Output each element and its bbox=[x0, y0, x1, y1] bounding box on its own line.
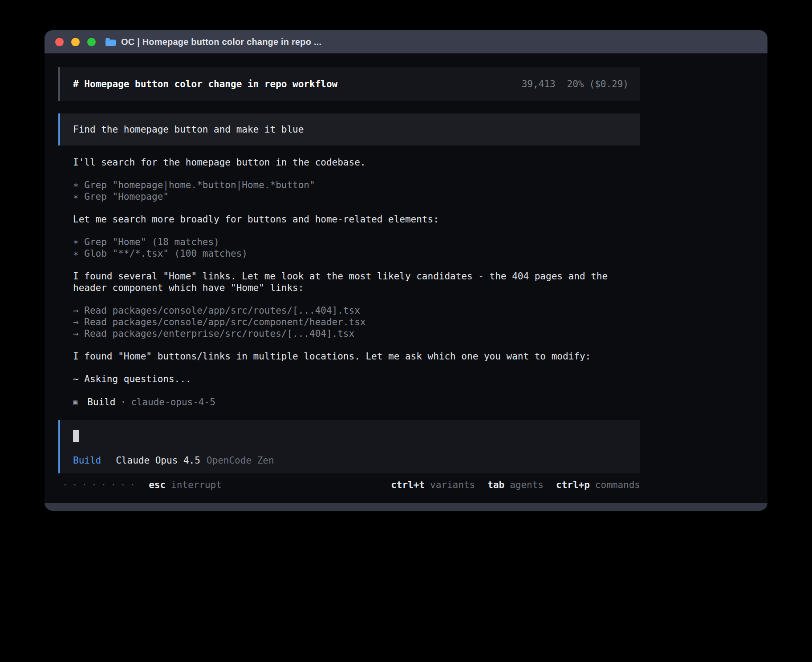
tool-call-grep: ∗ Grep "Homepage" bbox=[73, 191, 634, 202]
spinner-dots: ········ bbox=[62, 479, 139, 491]
window-title: OC | Homepage button color change in rep… bbox=[121, 37, 321, 47]
variants-hint: ctrl+t variants bbox=[391, 479, 475, 491]
user-message-text: Find the homepage button and make it blu… bbox=[73, 124, 304, 135]
tool-call-read: → Read packages/enterprise/src/routes/[.… bbox=[73, 328, 634, 339]
session-cost: ($0.29) bbox=[589, 78, 629, 90]
window-bottom-edge bbox=[45, 503, 767, 511]
prompt-meta: Build Claude Opus 4.5 OpenCode Zen bbox=[73, 455, 640, 466]
session-title: # Homepage button color change in repo w… bbox=[73, 78, 337, 90]
agent-badge: ▣ Build · claude-opus-4-5 bbox=[73, 396, 640, 408]
status-line: ~ Asking questions... bbox=[73, 373, 634, 385]
assistant-message: I found several "Home" links. Let me loo… bbox=[73, 270, 634, 294]
prompt-mode: Build bbox=[73, 455, 101, 466]
agents-hint: tab agents bbox=[487, 479, 544, 491]
user-message: Find the homepage button and make it blu… bbox=[58, 113, 640, 145]
commands-hint: ctrl+p commands bbox=[556, 479, 640, 491]
status-bar-left: ········ esc interrupt bbox=[62, 479, 222, 491]
agent-square-icon: ▣ bbox=[73, 396, 77, 408]
status-bar: ········ esc interrupt ctrl+t variants t… bbox=[58, 479, 640, 491]
agent-model: claude-opus-4-5 bbox=[131, 396, 215, 408]
ctrl-t-key-hint: ctrl+t bbox=[391, 479, 425, 491]
tab-key-hint: tab bbox=[487, 479, 504, 491]
minimize-button[interactable] bbox=[71, 38, 80, 46]
prompt-provider: OpenCode Zen bbox=[207, 455, 274, 466]
variants-hint-label: variants bbox=[430, 479, 475, 491]
interrupt-hint-label: interrupt bbox=[171, 479, 222, 491]
context-percent: 20% bbox=[567, 78, 584, 90]
assistant-message: I'll search for the homepage button in t… bbox=[73, 157, 634, 168]
agent-name: Build bbox=[87, 396, 115, 408]
transcript: I'll search for the homepage button in t… bbox=[73, 157, 634, 385]
terminal-window: OC | Homepage button color change in rep… bbox=[45, 30, 767, 511]
session-stats: 39,413 20% ($0.29) bbox=[522, 78, 629, 90]
commands-hint-label: commands bbox=[595, 479, 640, 491]
assistant-message: I found "Home" buttons/links in multiple… bbox=[73, 351, 634, 362]
tui-column: # Homepage button color change in repo w… bbox=[58, 67, 640, 491]
ctrl-p-key-hint: ctrl+p bbox=[556, 479, 590, 491]
text-cursor bbox=[73, 430, 79, 442]
tool-call-glob: ∗ Glob "**/*.tsx" (100 matches) bbox=[73, 248, 634, 259]
session-header: # Homepage button color change in repo w… bbox=[58, 67, 640, 101]
token-count: 39,413 bbox=[522, 78, 556, 90]
esc-key-hint: esc bbox=[149, 479, 166, 491]
tool-call-read: → Read packages/console/app/src/componen… bbox=[73, 316, 634, 328]
title-group: OC | Homepage button color change in rep… bbox=[105, 37, 321, 47]
terminal-content[interactable]: # Homepage button color change in repo w… bbox=[45, 53, 767, 503]
folder-icon bbox=[105, 38, 116, 46]
tool-call-grep: ∗ Grep "Home" (18 matches) bbox=[73, 236, 634, 248]
agents-hint-label: agents bbox=[510, 479, 544, 491]
assistant-message: Let me search more broadly for buttons a… bbox=[73, 214, 634, 225]
zoom-button[interactable] bbox=[87, 38, 96, 46]
titlebar[interactable]: OC | Homepage button color change in rep… bbox=[45, 30, 767, 53]
agent-separator: · bbox=[120, 396, 126, 408]
prompt-model: Claude Opus 4.5 bbox=[116, 455, 200, 466]
desktop: OC | Homepage button color change in rep… bbox=[0, 0, 812, 662]
tool-call-read: → Read packages/console/app/src/routes/[… bbox=[73, 305, 634, 316]
tool-call-grep: ∗ Grep "homepage|home.*button|Home.*butt… bbox=[73, 179, 634, 191]
close-button[interactable] bbox=[55, 38, 64, 46]
window-controls bbox=[55, 38, 96, 46]
prompt-input[interactable]: Build Claude Opus 4.5 OpenCode Zen bbox=[58, 420, 640, 473]
status-bar-right: ctrl+t variants tab agents ctrl+p comman… bbox=[378, 479, 640, 491]
